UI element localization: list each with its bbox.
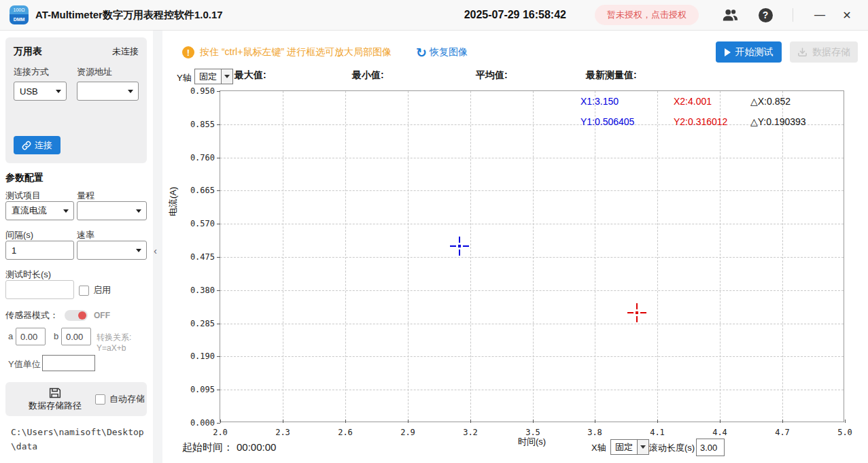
cursor2-x-readout: X2:4.001 xyxy=(674,96,712,107)
x-tick-label: 4.7 xyxy=(767,428,797,437)
connect-button[interactable]: 连接 xyxy=(14,136,60,154)
link-icon xyxy=(22,141,31,150)
sensor-mode-row: 传感器模式： OFF xyxy=(5,309,110,322)
y-axis-mode-select[interactable]: 固定 xyxy=(194,69,233,84)
latest-value-label: 最新测量值: xyxy=(586,69,637,82)
gridline-horizontal xyxy=(220,190,844,191)
cursor1-y-readout: Y1:0.506405 xyxy=(580,116,634,127)
app-title: AT-Multimeter数字万用表程控软件1.0.17 xyxy=(35,9,223,22)
cursor2-crosshair[interactable] xyxy=(627,303,646,322)
chevron-down-icon xyxy=(136,249,141,252)
sensor-mode-toggle[interactable] xyxy=(65,310,88,321)
gridline-horizontal xyxy=(220,257,844,258)
help-icon[interactable]: ? xyxy=(757,7,774,23)
delta-y-readout: △Y:0.190393 xyxy=(750,116,806,127)
data-save-label: 数据存储 xyxy=(812,46,850,58)
connection-type-value: USB xyxy=(20,86,38,97)
restore-image-label: 恢复图像 xyxy=(430,46,468,58)
storage-path-button[interactable]: 数据存储路径 xyxy=(18,387,92,412)
x-axis-mode-select[interactable]: 固定 xyxy=(610,439,649,455)
gridline-horizontal xyxy=(220,224,844,224)
x-tick-mark xyxy=(657,419,658,423)
x-tick-mark xyxy=(345,419,346,423)
auto-save-checkbox[interactable] xyxy=(95,394,105,405)
close-button[interactable]: ✕ xyxy=(837,5,857,25)
stats-row: Y轴 固定 最大值: 最小值: 平均值: 最新测量值: xyxy=(169,68,868,84)
coef-b-input[interactable] xyxy=(61,328,91,345)
duration-input[interactable] xyxy=(5,280,74,299)
test-item-label: 测试项目 xyxy=(5,190,41,202)
help-glyph: ? xyxy=(759,8,773,22)
params-section-title: 参数配置 xyxy=(5,172,44,184)
crosshair-segment xyxy=(636,316,638,322)
gridline-vertical xyxy=(533,91,534,422)
y-tick-mark xyxy=(217,124,220,125)
y-axis-mode-label: Y轴 xyxy=(177,72,192,84)
data-save-button[interactable]: 数据存储 xyxy=(790,41,858,63)
x-tick-label: 2.9 xyxy=(393,428,423,437)
gridline-vertical xyxy=(283,91,283,422)
sensor-mode-label: 传感器模式： xyxy=(5,309,58,322)
y-tick-label: 0.095 xyxy=(177,385,215,394)
y-tick-mark xyxy=(217,224,220,224)
connection-type-label: 连接方式 xyxy=(14,66,77,78)
restore-image-button[interactable]: ↻ 恢复图像 xyxy=(416,46,468,59)
chevron-down-icon xyxy=(128,90,133,93)
zoom-hint-text: 按住 “ctrl+鼠标左键” 进行框选可放大局部图像 xyxy=(200,46,392,58)
x-tick-mark xyxy=(220,419,221,423)
rate-select[interactable] xyxy=(77,241,147,260)
y-unit-label: Y值单位 xyxy=(8,358,41,371)
rate-label: 速率 xyxy=(77,229,94,241)
duration-enable-row: 启用 xyxy=(79,284,111,296)
start-time-label: 起始时间： xyxy=(182,441,233,454)
authorize-button[interactable]: 暂未授权，点击授权 xyxy=(595,5,699,25)
start-test-button[interactable]: 开始测试 xyxy=(716,41,782,63)
device-panel: 万用表 未连接 连接方式 资源地址 USB xyxy=(5,37,147,163)
chevron-down-icon xyxy=(136,209,141,213)
interval-label: 间隔(s) xyxy=(5,229,33,241)
x-tick-mark xyxy=(408,419,409,423)
collapse-sidebar-button[interactable]: ‹ xyxy=(154,245,157,256)
resource-address-select[interactable] xyxy=(77,82,139,101)
delta-x-readout: △X:0.852 xyxy=(750,96,791,107)
warning-icon: ! xyxy=(182,46,194,58)
sensor-mode-state: OFF xyxy=(94,311,110,320)
gridline-vertical xyxy=(657,91,658,422)
enable-checkbox[interactable] xyxy=(79,286,89,296)
y-tick-label: 0.285 xyxy=(177,319,215,328)
test-item-select[interactable]: 直流电流 xyxy=(5,201,74,220)
crosshair-segment xyxy=(450,245,456,247)
scroll-length-input[interactable] xyxy=(696,439,725,456)
gridline-vertical xyxy=(720,91,721,422)
range-select[interactable] xyxy=(77,201,147,220)
y-tick-mark xyxy=(217,423,220,424)
x-tick-mark xyxy=(720,419,721,423)
gridline-horizontal xyxy=(220,324,844,324)
y-unit-input[interactable] xyxy=(42,355,95,371)
x-tick-label: 3.2 xyxy=(455,428,485,437)
test-item-value: 直流电流 xyxy=(12,205,47,217)
cursor1-x-readout: X1:3.150 xyxy=(580,96,619,107)
formula-note: 转换关系: Y=aX+b xyxy=(97,332,153,353)
x-tick-mark xyxy=(470,419,471,423)
minimize-button[interactable]: — xyxy=(810,5,830,25)
resource-address-label: 资源地址 xyxy=(77,66,112,78)
interval-input[interactable] xyxy=(5,241,74,260)
avg-value-label: 平均值: xyxy=(476,69,508,82)
refresh-icon: ↻ xyxy=(416,46,427,59)
gridline-horizontal xyxy=(220,158,844,158)
gridline-vertical xyxy=(782,91,783,422)
y-tick-label: 0.760 xyxy=(177,153,215,162)
storage-path-value: C:\Users\namisoft\Desktop\data xyxy=(11,425,145,453)
y-tick-label: 0.380 xyxy=(177,286,215,295)
users-icon[interactable] xyxy=(722,7,738,23)
gridline-horizontal xyxy=(220,356,844,357)
auto-save-label: 自动存储 xyxy=(109,393,145,405)
connection-type-select[interactable]: USB xyxy=(14,82,67,101)
crosshair-segment xyxy=(636,311,638,314)
sidebar: 万用表 未连接 连接方式 资源地址 USB xyxy=(0,31,153,463)
coef-a-input[interactable] xyxy=(16,328,46,345)
chart-plot-area[interactable]: 0.9500.8550.7600.6650.5700.4750.3800.285… xyxy=(220,90,844,422)
y-tick-label: 0.475 xyxy=(177,252,215,262)
cursor1-crosshair[interactable] xyxy=(450,237,469,256)
